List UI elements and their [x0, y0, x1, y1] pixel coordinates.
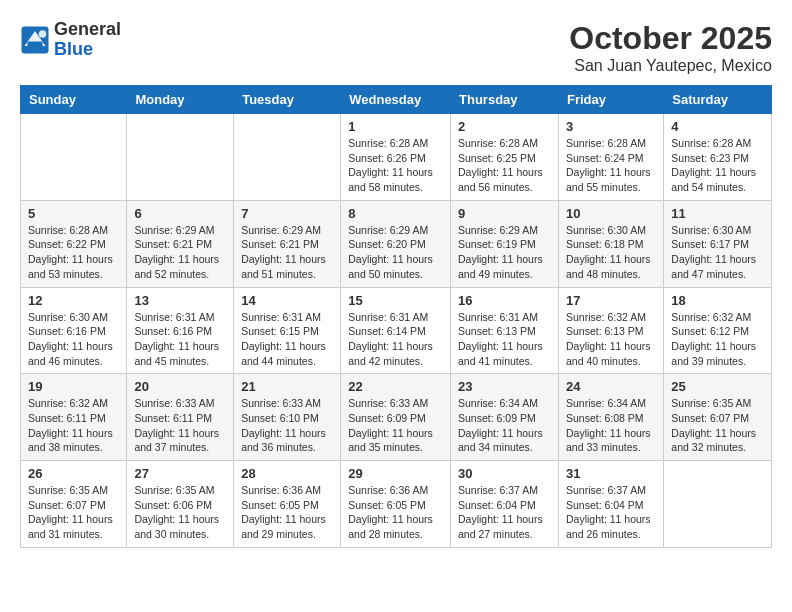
day-number: 19 [28, 379, 119, 394]
calendar-week-row: 26Sunrise: 6:35 AM Sunset: 6:07 PM Dayli… [21, 461, 772, 548]
day-number: 23 [458, 379, 551, 394]
calendar-cell: 25Sunrise: 6:35 AM Sunset: 6:07 PM Dayli… [664, 374, 772, 461]
calendar-cell [664, 461, 772, 548]
day-number: 22 [348, 379, 443, 394]
calendar-cell: 27Sunrise: 6:35 AM Sunset: 6:06 PM Dayli… [127, 461, 234, 548]
day-number: 14 [241, 293, 333, 308]
day-info: Sunrise: 6:28 AM Sunset: 6:23 PM Dayligh… [671, 136, 764, 195]
day-number: 13 [134, 293, 226, 308]
calendar-week-row: 12Sunrise: 6:30 AM Sunset: 6:16 PM Dayli… [21, 287, 772, 374]
day-info: Sunrise: 6:31 AM Sunset: 6:14 PM Dayligh… [348, 310, 443, 369]
day-info: Sunrise: 6:31 AM Sunset: 6:15 PM Dayligh… [241, 310, 333, 369]
weekday-header: Tuesday [234, 86, 341, 114]
calendar-cell: 9Sunrise: 6:29 AM Sunset: 6:19 PM Daylig… [451, 200, 559, 287]
day-info: Sunrise: 6:29 AM Sunset: 6:21 PM Dayligh… [241, 223, 333, 282]
weekday-header: Friday [558, 86, 663, 114]
day-number: 24 [566, 379, 656, 394]
day-number: 26 [28, 466, 119, 481]
day-number: 2 [458, 119, 551, 134]
weekday-header: Monday [127, 86, 234, 114]
calendar-cell: 31Sunrise: 6:37 AM Sunset: 6:04 PM Dayli… [558, 461, 663, 548]
day-info: Sunrise: 6:35 AM Sunset: 6:06 PM Dayligh… [134, 483, 226, 542]
day-number: 17 [566, 293, 656, 308]
location-title: San Juan Yautepec, Mexico [569, 57, 772, 75]
day-number: 12 [28, 293, 119, 308]
calendar-cell: 30Sunrise: 6:37 AM Sunset: 6:04 PM Dayli… [451, 461, 559, 548]
calendar-cell: 8Sunrise: 6:29 AM Sunset: 6:20 PM Daylig… [341, 200, 451, 287]
calendar-cell: 6Sunrise: 6:29 AM Sunset: 6:21 PM Daylig… [127, 200, 234, 287]
calendar-cell: 4Sunrise: 6:28 AM Sunset: 6:23 PM Daylig… [664, 114, 772, 201]
day-number: 15 [348, 293, 443, 308]
day-number: 11 [671, 206, 764, 221]
calendar-cell [127, 114, 234, 201]
calendar-cell: 22Sunrise: 6:33 AM Sunset: 6:09 PM Dayli… [341, 374, 451, 461]
calendar-cell [234, 114, 341, 201]
calendar-cell: 26Sunrise: 6:35 AM Sunset: 6:07 PM Dayli… [21, 461, 127, 548]
weekday-header: Thursday [451, 86, 559, 114]
day-info: Sunrise: 6:37 AM Sunset: 6:04 PM Dayligh… [566, 483, 656, 542]
calendar-week-row: 1Sunrise: 6:28 AM Sunset: 6:26 PM Daylig… [21, 114, 772, 201]
calendar-cell: 11Sunrise: 6:30 AM Sunset: 6:17 PM Dayli… [664, 200, 772, 287]
calendar-cell: 19Sunrise: 6:32 AM Sunset: 6:11 PM Dayli… [21, 374, 127, 461]
day-info: Sunrise: 6:33 AM Sunset: 6:10 PM Dayligh… [241, 396, 333, 455]
calendar-cell: 10Sunrise: 6:30 AM Sunset: 6:18 PM Dayli… [558, 200, 663, 287]
day-info: Sunrise: 6:32 AM Sunset: 6:13 PM Dayligh… [566, 310, 656, 369]
svg-rect-2 [28, 41, 43, 49]
day-info: Sunrise: 6:33 AM Sunset: 6:09 PM Dayligh… [348, 396, 443, 455]
calendar-cell: 24Sunrise: 6:34 AM Sunset: 6:08 PM Dayli… [558, 374, 663, 461]
day-number: 30 [458, 466, 551, 481]
logo-general-text: General [54, 20, 121, 40]
weekday-header: Wednesday [341, 86, 451, 114]
day-number: 10 [566, 206, 656, 221]
day-number: 4 [671, 119, 764, 134]
calendar-cell: 3Sunrise: 6:28 AM Sunset: 6:24 PM Daylig… [558, 114, 663, 201]
day-info: Sunrise: 6:34 AM Sunset: 6:09 PM Dayligh… [458, 396, 551, 455]
day-number: 31 [566, 466, 656, 481]
calendar-cell: 16Sunrise: 6:31 AM Sunset: 6:13 PM Dayli… [451, 287, 559, 374]
calendar-cell: 18Sunrise: 6:32 AM Sunset: 6:12 PM Dayli… [664, 287, 772, 374]
calendar-cell [21, 114, 127, 201]
day-info: Sunrise: 6:30 AM Sunset: 6:16 PM Dayligh… [28, 310, 119, 369]
calendar-cell: 14Sunrise: 6:31 AM Sunset: 6:15 PM Dayli… [234, 287, 341, 374]
day-info: Sunrise: 6:35 AM Sunset: 6:07 PM Dayligh… [28, 483, 119, 542]
calendar-cell: 28Sunrise: 6:36 AM Sunset: 6:05 PM Dayli… [234, 461, 341, 548]
day-number: 6 [134, 206, 226, 221]
day-info: Sunrise: 6:35 AM Sunset: 6:07 PM Dayligh… [671, 396, 764, 455]
logo: General Blue [20, 20, 121, 60]
logo-icon [20, 25, 50, 55]
day-number: 16 [458, 293, 551, 308]
day-number: 20 [134, 379, 226, 394]
calendar-cell: 15Sunrise: 6:31 AM Sunset: 6:14 PM Dayli… [341, 287, 451, 374]
day-number: 25 [671, 379, 764, 394]
calendar-week-row: 19Sunrise: 6:32 AM Sunset: 6:11 PM Dayli… [21, 374, 772, 461]
day-number: 7 [241, 206, 333, 221]
calendar-cell: 20Sunrise: 6:33 AM Sunset: 6:11 PM Dayli… [127, 374, 234, 461]
calendar-cell: 17Sunrise: 6:32 AM Sunset: 6:13 PM Dayli… [558, 287, 663, 374]
day-info: Sunrise: 6:30 AM Sunset: 6:18 PM Dayligh… [566, 223, 656, 282]
day-info: Sunrise: 6:29 AM Sunset: 6:20 PM Dayligh… [348, 223, 443, 282]
day-info: Sunrise: 6:36 AM Sunset: 6:05 PM Dayligh… [241, 483, 333, 542]
day-info: Sunrise: 6:30 AM Sunset: 6:17 PM Dayligh… [671, 223, 764, 282]
day-info: Sunrise: 6:29 AM Sunset: 6:19 PM Dayligh… [458, 223, 551, 282]
day-info: Sunrise: 6:37 AM Sunset: 6:04 PM Dayligh… [458, 483, 551, 542]
day-info: Sunrise: 6:31 AM Sunset: 6:16 PM Dayligh… [134, 310, 226, 369]
day-info: Sunrise: 6:28 AM Sunset: 6:25 PM Dayligh… [458, 136, 551, 195]
title-block: October 2025 San Juan Yautepec, Mexico [569, 20, 772, 75]
day-number: 1 [348, 119, 443, 134]
calendar-cell: 1Sunrise: 6:28 AM Sunset: 6:26 PM Daylig… [341, 114, 451, 201]
calendar-cell: 13Sunrise: 6:31 AM Sunset: 6:16 PM Dayli… [127, 287, 234, 374]
weekday-header: Sunday [21, 86, 127, 114]
calendar-cell: 23Sunrise: 6:34 AM Sunset: 6:09 PM Dayli… [451, 374, 559, 461]
month-title: October 2025 [569, 20, 772, 57]
day-number: 29 [348, 466, 443, 481]
day-number: 5 [28, 206, 119, 221]
day-info: Sunrise: 6:28 AM Sunset: 6:22 PM Dayligh… [28, 223, 119, 282]
day-info: Sunrise: 6:31 AM Sunset: 6:13 PM Dayligh… [458, 310, 551, 369]
calendar-cell: 21Sunrise: 6:33 AM Sunset: 6:10 PM Dayli… [234, 374, 341, 461]
calendar-cell: 12Sunrise: 6:30 AM Sunset: 6:16 PM Dayli… [21, 287, 127, 374]
calendar-cell: 5Sunrise: 6:28 AM Sunset: 6:22 PM Daylig… [21, 200, 127, 287]
day-info: Sunrise: 6:32 AM Sunset: 6:12 PM Dayligh… [671, 310, 764, 369]
day-number: 27 [134, 466, 226, 481]
day-number: 18 [671, 293, 764, 308]
calendar-cell: 7Sunrise: 6:29 AM Sunset: 6:21 PM Daylig… [234, 200, 341, 287]
